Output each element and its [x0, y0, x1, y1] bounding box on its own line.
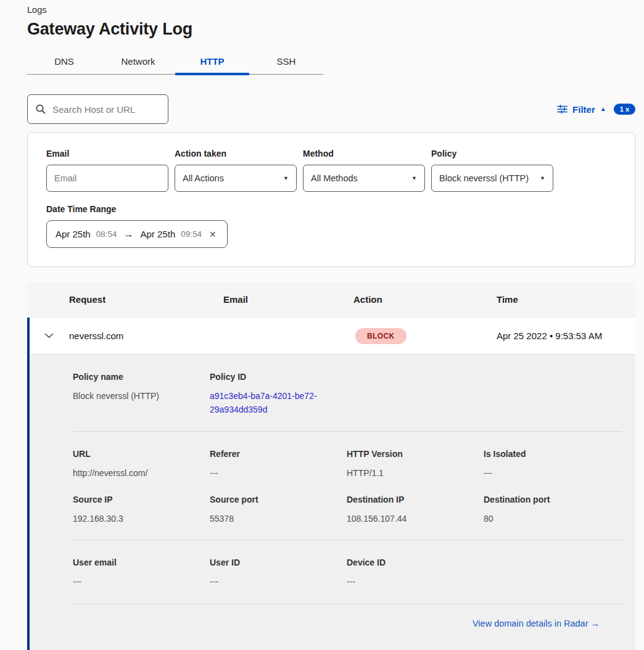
- breadcrumb[interactable]: Logs: [27, 4, 635, 15]
- source-ip-label: Source IP: [73, 495, 210, 504]
- column-header-email: Email: [223, 294, 353, 305]
- chevron-down-icon: ▼: [411, 175, 417, 181]
- user-email-field: User email ---: [73, 557, 210, 588]
- table-row[interactable]: neverssl.com BLOCK Apr 25 2022 • 9:53:53…: [27, 318, 635, 355]
- user-email-value: ---: [73, 575, 210, 588]
- policy-id-link[interactable]: a91c3eb4-ba7a-4201-be72-29a934dd359d: [210, 390, 333, 416]
- policy-select[interactable]: Block neverssl (HTTP) ▼: [431, 165, 553, 192]
- filter-sliders-icon: [557, 104, 568, 114]
- view-in-radar-link[interactable]: View domain details in Radar →: [473, 619, 600, 628]
- action-taken-group: Action taken All Actions ▼: [175, 149, 297, 192]
- url-label: URL: [73, 449, 210, 459]
- referer-field: Referer ---: [210, 449, 347, 479]
- method-group: Method All Methods ▼: [303, 149, 425, 192]
- range-end-date[interactable]: Apr 25th: [141, 229, 176, 239]
- http-version-field: HTTP Version HTTP/1.1: [347, 449, 484, 479]
- range-end-time[interactable]: 09:54: [181, 229, 202, 239]
- device-id-value: ---: [347, 575, 484, 588]
- range-start-time[interactable]: 08:54: [96, 229, 117, 239]
- policy-name-value: Block neverssl (HTTP): [73, 390, 210, 402]
- destination-ip-label: Destination IP: [347, 495, 484, 504]
- user-id-value: ---: [210, 575, 347, 588]
- device-id-field: Device ID ---: [347, 557, 484, 588]
- destination-ip-value: 108.156.107.44: [347, 512, 484, 525]
- filter-collapse-icon[interactable]: ▲: [600, 106, 606, 112]
- user-section: User email --- User ID --- Device ID ---: [73, 540, 622, 604]
- tab-network[interactable]: Network: [101, 49, 175, 74]
- row-time: Apr 25 2022 • 9:53:53 AM: [497, 331, 635, 341]
- url-field: URL http://neverssl.com/: [73, 449, 210, 479]
- source-port-label: Source port: [210, 495, 347, 504]
- action-taken-select[interactable]: All Actions ▼: [175, 165, 297, 192]
- http-version-label: HTTP Version: [347, 449, 484, 459]
- column-header-action: Action: [353, 294, 497, 305]
- column-header-time: Time: [497, 294, 635, 305]
- source-port-field: Source port 55378: [210, 495, 347, 525]
- email-filter-group: Email: [46, 149, 168, 192]
- url-value: http://neverssl.com/: [73, 467, 210, 479]
- policy-id-field: Policy ID a91c3eb4-ba7a-4201-be72-29a934…: [210, 372, 347, 416]
- tab-dns[interactable]: DNS: [27, 49, 101, 74]
- request-section: URL http://neverssl.com/ Referer --- HTT…: [73, 432, 622, 540]
- row-details-panel: Policy name Block neverssl (HTTP) Policy…: [27, 355, 635, 650]
- page-title: Gateway Activity Log: [27, 20, 635, 39]
- is-isolated-label: Is Isolated: [484, 449, 622, 459]
- log-type-tabs: DNS Network HTTP SSH: [27, 49, 323, 75]
- toolbar: Filter ▲ 1 x: [27, 94, 635, 124]
- destination-ip-field: Destination IP 108.156.107.44: [347, 495, 484, 525]
- search-box[interactable]: [27, 94, 168, 124]
- method-value: All Methods: [311, 173, 358, 183]
- action-taken-value: All Actions: [183, 173, 224, 183]
- date-range-label: Date Time Range: [46, 204, 616, 214]
- method-select[interactable]: All Methods ▼: [303, 165, 425, 192]
- clear-date-range-icon[interactable]: ✕: [209, 229, 217, 239]
- filter-count-badge[interactable]: 1 x: [614, 104, 635, 115]
- row-request: neverssl.com: [69, 331, 223, 341]
- policy-label: Policy: [431, 149, 553, 158]
- policy-value: Block neverssl (HTTP): [439, 173, 529, 183]
- destination-port-value: 80: [484, 512, 622, 525]
- tab-ssh[interactable]: SSH: [249, 49, 323, 74]
- selected-row-indicator: [27, 318, 30, 650]
- arrow-right-icon: →: [123, 229, 135, 240]
- source-ip-value: 192.168.30.3: [73, 512, 210, 525]
- filter-cluster: Filter ▲ 1 x: [557, 104, 635, 115]
- status-badge: BLOCK: [355, 328, 407, 344]
- policy-section: Policy name Block neverssl (HTTP) Policy…: [73, 355, 622, 431]
- column-header-request: Request: [69, 294, 223, 305]
- user-email-label: User email: [73, 557, 210, 567]
- policy-id-label: Policy ID: [210, 372, 347, 382]
- action-taken-label: Action taken: [175, 149, 297, 158]
- date-range-group: Date Time Range Apr 25th 08:54 → Apr 25t…: [46, 204, 616, 248]
- filter-panel: Email Action taken All Actions ▼ Method …: [27, 132, 635, 267]
- search-input[interactable]: [52, 104, 160, 115]
- policy-name-field: Policy name Block neverssl (HTTP): [73, 372, 210, 416]
- source-ip-field: Source IP 192.168.30.3: [73, 495, 210, 525]
- referer-label: Referer: [210, 449, 347, 459]
- activity-log-table: Request Email Action Time neverssl.com B…: [27, 282, 635, 650]
- radar-link-row: View domain details in Radar →: [73, 604, 622, 650]
- search-icon: [35, 104, 46, 115]
- method-label: Method: [303, 149, 425, 158]
- tab-http[interactable]: HTTP: [175, 49, 249, 74]
- referer-value: ---: [210, 467, 347, 479]
- range-start-date[interactable]: Apr 25th: [56, 229, 91, 239]
- chevron-down-icon: ▼: [283, 175, 289, 181]
- filter-button[interactable]: Filter: [572, 104, 595, 115]
- user-id-field: User ID ---: [210, 557, 347, 588]
- gateway-activity-log-page: Logs Gateway Activity Log DNS Network HT…: [0, 0, 644, 650]
- email-filter-label: Email: [46, 149, 168, 158]
- email-filter-input[interactable]: [46, 165, 168, 192]
- policy-name-label: Policy name: [73, 372, 210, 382]
- http-version-value: HTTP/1.1: [347, 467, 484, 479]
- chevron-down-icon: [44, 333, 54, 339]
- user-id-label: User ID: [210, 557, 347, 567]
- is-isolated-field: Is Isolated ---: [484, 449, 622, 479]
- destination-port-field: Destination port 80: [484, 495, 622, 525]
- destination-port-label: Destination port: [484, 495, 622, 504]
- table-header-row: Request Email Action Time: [27, 282, 635, 318]
- date-range-field[interactable]: Apr 25th 08:54 → Apr 25th 09:54 ✕: [46, 220, 228, 248]
- is-isolated-value: ---: [484, 467, 622, 479]
- source-port-value: 55378: [210, 512, 347, 525]
- row-expand-toggle[interactable]: [27, 333, 69, 339]
